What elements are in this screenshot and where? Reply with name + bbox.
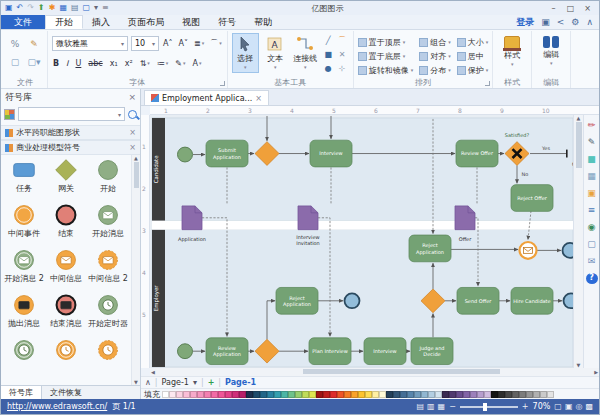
color-swatch-8[interactable] — [218, 391, 225, 398]
color-swatch-17[interactable] — [281, 391, 288, 398]
login-button[interactable]: 登录 — [516, 16, 534, 29]
line-spacing-button[interactable]: ⇅▾ — [139, 59, 151, 68]
horizontal-scrollbar[interactable]: ◀ ▶ — [150, 368, 599, 376]
color-swatch-5[interactable] — [197, 391, 204, 398]
note-panel-icon[interactable]: ≡ — [586, 205, 598, 216]
vertical-scrollbar[interactable]: ▲▼ — [573, 115, 583, 368]
picture-panel-icon[interactable]: ▦ — [586, 171, 598, 182]
panel-close-icon[interactable]: × — [128, 92, 136, 102]
color-swatch-47[interactable] — [491, 391, 498, 398]
color-swatch-3[interactable] — [183, 391, 190, 398]
strikethrough-button[interactable]: abc — [87, 59, 103, 68]
arrange-item-6[interactable]: 大小▾ — [457, 35, 489, 49]
color-swatch-14[interactable] — [260, 391, 267, 398]
preview-icon[interactable]: ▢ — [83, 3, 91, 13]
color-swatch-48[interactable] — [498, 391, 505, 398]
highlight-button[interactable]: ✎▾ — [174, 59, 186, 68]
zoom-slider-thumb[interactable] — [483, 403, 487, 411]
document-tab[interactable]: Employment Applica... × — [144, 90, 269, 105]
app-icon[interactable]: ▣ — [5, 3, 13, 13]
layers-panel-icon[interactable]: ▣ — [586, 188, 598, 199]
text-tool-button[interactable]: A 文本▾ — [262, 33, 289, 73]
color-swatch-15[interactable] — [267, 391, 274, 398]
section-close-icon[interactable]: × — [129, 128, 136, 137]
color-swatch-25[interactable] — [337, 391, 344, 398]
copy-icon[interactable]: ▢▾ — [25, 54, 43, 70]
color-swatch-50[interactable] — [512, 391, 519, 398]
color-swatch-35[interactable] — [407, 391, 414, 398]
add-page-button[interactable]: + — [208, 378, 215, 387]
color-swatch-20[interactable] — [302, 391, 309, 398]
pages-icon[interactable]: ▣ — [565, 402, 573, 411]
subscript-button[interactable]: x₁ — [109, 59, 119, 68]
end-event-node[interactable] — [563, 243, 574, 258]
library-picker-icon[interactable] — [4, 109, 15, 120]
scroll-left-icon[interactable]: ◀ — [151, 368, 155, 376]
color-swatch-13[interactable] — [253, 391, 260, 398]
underline-button[interactable]: U — [74, 59, 82, 68]
fill-color-panel-icon[interactable]: ■ — [586, 154, 598, 165]
color-swatch-32[interactable] — [386, 391, 393, 398]
page-selector[interactable]: Page-1 — [162, 378, 189, 387]
rect-tool-icon[interactable]: ■ — [322, 48, 335, 61]
menu-tab-5[interactable]: 帮助 — [245, 15, 281, 29]
style-button[interactable]: 样式▾ — [497, 33, 527, 73]
font-size-select[interactable]: 10▾ — [131, 36, 159, 51]
page-dropdown-icon[interactable]: ▾ — [193, 378, 197, 387]
replace-icon[interactable]: % — [7, 36, 23, 52]
color-swatch-46[interactable] — [484, 391, 491, 398]
minimize-button[interactable]: – — [546, 4, 561, 13]
symbol-item[interactable] — [45, 338, 87, 383]
document-node[interactable] — [455, 206, 475, 230]
color-swatch-55[interactable] — [547, 391, 554, 398]
arc-text-button[interactable]: ⌒▾ — [209, 38, 223, 49]
panel-tab-1[interactable]: 文件恢复 — [42, 386, 90, 399]
color-swatch-26[interactable] — [344, 391, 351, 398]
hyperlink-panel-icon[interactable]: ◉ — [586, 222, 598, 233]
ellipse-tool-icon[interactable]: ● — [322, 62, 335, 75]
color-swatch-40[interactable] — [442, 391, 449, 398]
normal-view-icon[interactable]: ▤ — [416, 402, 424, 411]
document-close-icon[interactable]: × — [255, 94, 262, 103]
search-icon[interactable] — [128, 110, 137, 119]
panel-tab-0[interactable]: 符号库 — [1, 386, 42, 399]
arrange-item-5[interactable]: 分布▾ — [419, 63, 451, 77]
collapse-ribbon-icon[interactable]: ∧ — [586, 17, 593, 27]
color-swatch-49[interactable] — [505, 391, 512, 398]
document-node[interactable] — [298, 206, 318, 230]
symbol-item[interactable]: 结束消息 — [45, 293, 87, 338]
cross-tool-icon[interactable]: ✕ — [336, 48, 349, 61]
font-color-button[interactable]: A▾ — [192, 59, 203, 68]
color-swatch-30[interactable] — [372, 391, 379, 398]
color-swatch-36[interactable] — [414, 391, 421, 398]
arc-tool-icon[interactable]: ⌒ — [336, 34, 349, 47]
color-swatch-44[interactable] — [470, 391, 477, 398]
symbol-item[interactable]: 中间事件 — [3, 203, 45, 248]
line-tool-icon[interactable]: ╱ — [322, 34, 335, 47]
color-swatch-12[interactable] — [246, 391, 253, 398]
panel-scrollbar[interactable]: ▲▼ — [131, 155, 140, 385]
fit-window-icon[interactable]: ▢ — [554, 402, 562, 411]
full-view-icon[interactable]: ▦ — [438, 402, 446, 411]
select-tool-button[interactable]: 选择▾ — [232, 33, 259, 73]
menu-tab-2[interactable]: 页面布局 — [119, 15, 173, 29]
color-swatch-34[interactable] — [400, 391, 407, 398]
color-swatch-4[interactable] — [190, 391, 197, 398]
symbol-item[interactable] — [3, 338, 45, 383]
print-icon[interactable]: ▤ — [71, 3, 79, 13]
menu-tab-1[interactable]: 插入 — [83, 15, 119, 29]
symbol-item[interactable]: 开始定时器 — [87, 293, 129, 338]
color-swatch-45[interactable] — [477, 391, 484, 398]
color-swatch-24[interactable] — [330, 391, 337, 398]
color-swatch-7[interactable] — [211, 391, 218, 398]
format-panel-icon[interactable]: ✎ — [586, 137, 598, 148]
redo-icon[interactable]: ↷ — [27, 3, 34, 13]
color-swatch-22[interactable] — [316, 391, 323, 398]
menu-tab-4[interactable]: 符号 — [209, 15, 245, 29]
color-swatch-39[interactable] — [435, 391, 442, 398]
arrange-dialog-launcher[interactable] — [485, 81, 490, 86]
font-name-select[interactable]: 微软雅黑▾ — [52, 36, 128, 51]
color-swatch-11[interactable] — [239, 391, 246, 398]
color-swatch-18[interactable] — [288, 391, 295, 398]
color-swatch-28[interactable] — [358, 391, 365, 398]
